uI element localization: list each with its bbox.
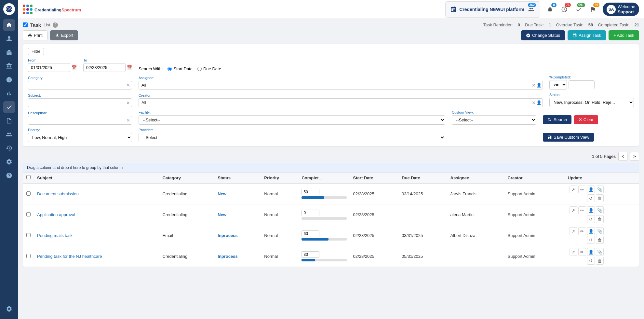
assignee-clear-icon[interactable]: ✕ <box>532 83 536 88</box>
action-delete-3[interactable]: 🗑 <box>596 257 604 265</box>
radio-due-date-input[interactable] <box>197 67 202 71</box>
clock-icon-btn[interactable]: 76 <box>558 4 570 15</box>
category-clear-icon[interactable]: ✕ <box>126 83 130 88</box>
action-user-1[interactable]: 👤 <box>587 206 595 214</box>
action-edit-1[interactable]: ✏ <box>578 206 586 214</box>
radio-due-date[interactable]: Due Date <box>197 66 221 71</box>
completion-input-2[interactable] <box>302 230 319 237</box>
creator-clear-icon[interactable]: ✕ <box>532 100 536 105</box>
action-history-0[interactable]: ↺ <box>587 194 595 202</box>
action-user-0[interactable]: 👤 <box>587 186 595 193</box>
platform-selector[interactable]: Credentialing NEWUI platform 362 <box>445 1 540 18</box>
sidebar-item-bank[interactable] <box>3 60 15 72</box>
add-task-button[interactable]: + Add Task <box>609 30 639 40</box>
custom-view-select[interactable]: --Select-- <box>452 115 536 125</box>
action-delete-2[interactable]: 🗑 <box>596 236 604 244</box>
subject-clear-icon[interactable]: ✕ <box>126 100 130 105</box>
sidebar-item-info[interactable] <box>3 74 15 86</box>
sidebar-logo[interactable]: CS <box>3 3 15 15</box>
description-input[interactable] <box>28 116 132 125</box>
priority-select[interactable]: Low, Normal, High <box>28 133 132 142</box>
sidebar-item-building[interactable] <box>3 47 15 58</box>
search-button[interactable]: Search <box>543 115 571 124</box>
pct-operator-select[interactable]: >= <= = <box>549 80 567 90</box>
action-open-3[interactable]: ↗ <box>570 248 577 256</box>
sidebar-item-home[interactable] <box>3 19 15 31</box>
list-link[interactable]: List <box>44 22 50 27</box>
status-badge-0[interactable]: New <box>218 191 226 196</box>
export-button[interactable]: Export <box>50 30 78 40</box>
sidebar-item-history[interactable] <box>3 142 15 154</box>
clear-button[interactable]: ✕ Clear <box>574 115 598 124</box>
sidebar-item-document[interactable] <box>3 115 15 127</box>
sidebar-item-user[interactable] <box>3 33 15 45</box>
facility-select[interactable]: --Select-- <box>139 115 445 125</box>
task-checkbox[interactable] <box>23 22 28 27</box>
sidebar-item-group[interactable] <box>3 129 15 140</box>
radio-start-date-input[interactable] <box>168 67 172 71</box>
action-edit-0[interactable]: ✏ <box>578 186 586 193</box>
change-status-button[interactable]: Change Status <box>521 30 565 40</box>
next-page-button[interactable]: > <box>630 152 639 161</box>
help-icon[interactable]: ? <box>53 22 58 28</box>
category-input[interactable] <box>28 81 132 90</box>
to-calendar-icon[interactable]: 📅 <box>127 65 132 70</box>
notification-bell[interactable]: 0 <box>544 4 556 15</box>
action-user-3[interactable]: 👤 <box>587 248 595 256</box>
action-attach-3[interactable]: 📎 <box>596 248 604 256</box>
user-menu[interactable]: SA Welcome Support <box>603 3 639 16</box>
from-date-field[interactable]: 01/01/2025 <box>28 63 70 72</box>
from-calendar-icon[interactable]: 📅 <box>72 65 77 70</box>
action-history-2[interactable]: ↺ <box>587 236 595 244</box>
sidebar-item-settings[interactable] <box>3 156 15 168</box>
action-open-1[interactable]: ↗ <box>570 206 577 214</box>
row-checkbox-0[interactable] <box>26 191 31 196</box>
assignee-user-icon[interactable]: 👤 <box>536 83 542 88</box>
creator-user-icon[interactable]: 👤 <box>536 100 542 105</box>
row-checkbox-2[interactable] <box>26 233 31 237</box>
status-badge-2[interactable]: Inprocess <box>218 233 237 238</box>
completion-input-0[interactable] <box>302 189 319 195</box>
action-open-0[interactable]: ↗ <box>570 186 577 193</box>
select-all-checkbox[interactable] <box>26 175 31 179</box>
status-badge-1[interactable]: New <box>218 212 226 217</box>
status-select[interactable]: New, Inprocess, On Hold, Reje... <box>549 98 634 107</box>
assignee-input[interactable] <box>139 81 543 90</box>
sidebar-item-gear2[interactable] <box>3 303 15 315</box>
assign-task-button[interactable]: Assign Task <box>568 30 606 40</box>
print-button[interactable]: Print <box>23 30 47 40</box>
action-open-2[interactable]: ↗ <box>570 227 577 235</box>
sidebar-item-task[interactable] <box>3 101 15 113</box>
subject-link-2[interactable]: Pending mails task <box>37 233 73 238</box>
check-icon-btn[interactable]: 59+ <box>573 4 584 15</box>
sidebar-item-chart[interactable] <box>3 88 15 99</box>
completion-input-1[interactable] <box>302 210 319 216</box>
prev-page-button[interactable]: < <box>618 152 627 161</box>
completion-input-3[interactable] <box>302 251 319 258</box>
action-user-2[interactable]: 👤 <box>587 227 595 235</box>
status-badge-3[interactable]: Inprocess <box>218 254 237 259</box>
provider-select[interactable]: --Select-- <box>139 133 445 142</box>
description-clear-icon[interactable]: ✕ <box>126 118 130 123</box>
action-edit-2[interactable]: ✏ <box>578 227 586 235</box>
action-attach-2[interactable]: 📎 <box>596 227 604 235</box>
action-history-1[interactable]: ↺ <box>587 215 595 223</box>
flag-icon-btn[interactable]: 59 <box>587 4 599 15</box>
pct-value-input[interactable] <box>569 80 595 89</box>
subject-input[interactable] <box>28 98 132 107</box>
to-date-field[interactable]: 02/28/2025 <box>83 63 126 72</box>
platform-users-btn[interactable]: 362 <box>527 4 535 15</box>
action-history-3[interactable]: ↺ <box>587 257 595 265</box>
action-delete-1[interactable]: 🗑 <box>596 215 604 223</box>
sidebar-item-help[interactable] <box>3 170 15 181</box>
subject-link-0[interactable]: Document submission <box>37 191 79 196</box>
action-delete-0[interactable]: 🗑 <box>596 194 604 202</box>
subject-link-1[interactable]: Application approval <box>37 212 75 217</box>
subject-link-3[interactable]: Pending task for the NJ healthcare <box>37 254 102 259</box>
action-attach-0[interactable]: 📎 <box>596 186 604 193</box>
creator-input[interactable] <box>139 98 543 107</box>
save-custom-view-button[interactable]: Save Custom View <box>543 133 594 142</box>
row-checkbox-3[interactable] <box>26 254 31 258</box>
action-edit-3[interactable]: ✏ <box>578 248 586 256</box>
row-checkbox-1[interactable] <box>26 212 31 216</box>
